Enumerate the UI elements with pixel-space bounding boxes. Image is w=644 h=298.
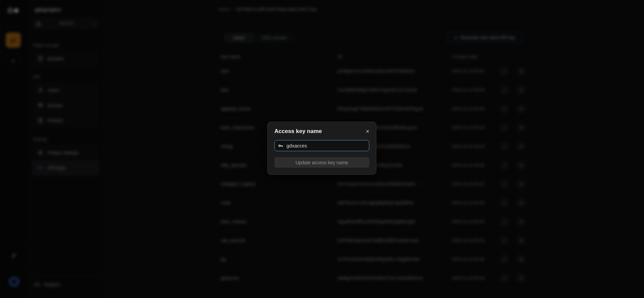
access-key-name-modal: Access key name × Update access key name xyxy=(267,122,376,175)
close-icon[interactable]: × xyxy=(366,128,369,134)
modal-title: Access key name xyxy=(274,128,322,135)
access-key-name-input[interactable] xyxy=(286,143,366,148)
access-key-name-field-wrap xyxy=(274,140,369,151)
modal-header: Access key name × xyxy=(274,128,369,135)
update-access-key-name-button[interactable]: Update access key name xyxy=(274,157,369,168)
app-root: gd + gdxproject xyxy=(0,0,644,298)
key-icon xyxy=(278,143,283,148)
